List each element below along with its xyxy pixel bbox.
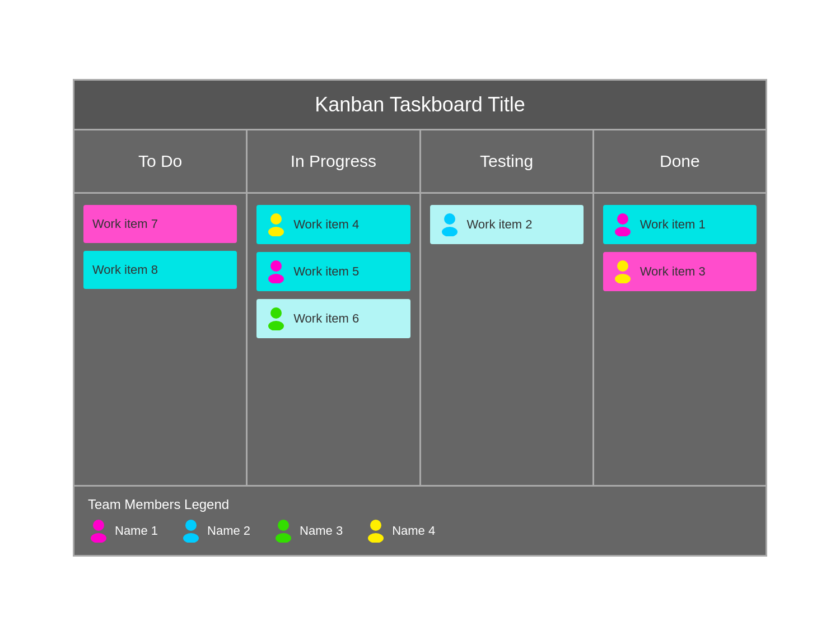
legend-icon-name2 [180, 519, 202, 543]
svg-point-7 [442, 227, 458, 236]
svg-point-17 [276, 533, 291, 543]
legend-items: Name 1 Name 2 Name 3 [88, 519, 752, 543]
legend-icon-name1 [88, 519, 109, 543]
assignee-icon-name4 [265, 213, 287, 236]
legend-area: Team Members Legend Name 1 [74, 487, 766, 555]
assignee-icon-name1 [265, 260, 287, 283]
svg-point-5 [268, 321, 284, 330]
svg-point-0 [270, 213, 282, 225]
board-title: Kanban Taskboard Title [74, 81, 766, 130]
legend-item-name2: Name 2 [180, 519, 250, 543]
svg-point-15 [183, 533, 199, 543]
svg-point-13 [91, 533, 106, 543]
svg-point-4 [270, 307, 282, 319]
assignee-icon-name1b [612, 213, 633, 236]
col-body-inprogress: Work item 4 Work item 5 [248, 194, 421, 485]
work-card-7[interactable]: Work item 7 [83, 205, 237, 243]
legend-item-name1: Name 1 [88, 519, 158, 543]
assignee-icon-name3 [265, 307, 287, 330]
kanban-board: Kanban Taskboard Title To Do In Progress… [73, 79, 767, 557]
svg-point-14 [185, 520, 197, 531]
col-header-todo: To Do [74, 130, 248, 192]
legend-item-name3: Name 3 [273, 519, 343, 543]
work-card-4[interactable]: Work item 4 [256, 205, 410, 244]
legend-item-name4: Name 4 [365, 519, 435, 543]
svg-point-3 [268, 274, 284, 283]
assignee-icon-name2 [439, 213, 460, 236]
legend-title: Team Members Legend [88, 497, 752, 512]
columns-body: Work item 7 Work item 8 Work item 4 [74, 194, 766, 487]
col-body-testing: Work item 2 [421, 194, 594, 485]
board-title-text: Kanban Taskboard Title [315, 93, 525, 116]
work-card-2[interactable]: Work item 2 [430, 205, 584, 244]
svg-point-2 [270, 260, 282, 272]
columns-header: To Do In Progress Testing Done [74, 130, 766, 194]
svg-point-9 [615, 227, 631, 236]
work-card-6[interactable]: Work item 6 [256, 299, 410, 338]
work-card-3[interactable]: Work item 3 [603, 252, 757, 291]
assignee-icon-name4b [612, 260, 633, 283]
svg-point-18 [370, 520, 381, 531]
svg-point-8 [617, 213, 628, 225]
col-body-todo: Work item 7 Work item 8 [74, 194, 248, 485]
col-header-testing: Testing [421, 130, 594, 192]
svg-point-19 [368, 533, 384, 543]
work-card-5[interactable]: Work item 5 [256, 252, 410, 291]
svg-point-6 [444, 213, 455, 225]
svg-point-16 [278, 520, 289, 531]
svg-point-11 [615, 274, 631, 283]
legend-icon-name4 [365, 519, 386, 543]
work-card-8[interactable]: Work item 8 [83, 251, 237, 289]
svg-point-1 [268, 227, 284, 236]
work-card-1[interactable]: Work item 1 [603, 205, 757, 244]
svg-point-12 [93, 520, 104, 531]
legend-icon-name3 [273, 519, 294, 543]
col-header-done: Done [594, 130, 766, 192]
svg-point-10 [617, 260, 628, 272]
col-header-inprogress: In Progress [248, 130, 421, 192]
col-body-done: Work item 1 Work item 3 [594, 194, 766, 485]
